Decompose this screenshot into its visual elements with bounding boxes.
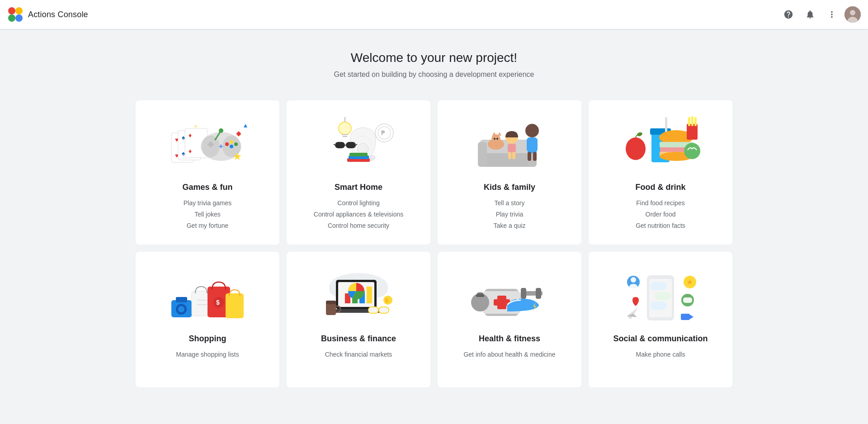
svg-point-65: [525, 124, 539, 137]
card-social-communication[interactable]: ★ Social & communication Make phone call…: [589, 252, 732, 387]
welcome-subtitle: Get started on building by choosing a de…: [54, 71, 814, 79]
logo-area: Actions Console: [7, 6, 88, 23]
card-items-social: Make phone calls: [636, 349, 685, 360]
svg-point-0: [8, 7, 15, 14]
svg-rect-68: [534, 138, 538, 151]
svg-text:★: ★: [232, 150, 242, 162]
illustration-kids: [469, 115, 550, 174]
svg-text:★: ★: [687, 278, 693, 286]
svg-rect-64: [512, 152, 515, 159]
svg-rect-130: [651, 302, 666, 310]
illustration-shopping: $: [167, 266, 248, 325]
svg-rect-128: [651, 282, 666, 290]
svg-point-72: [637, 132, 643, 137]
svg-rect-111: [368, 307, 378, 313]
more-options-button[interactable]: [823, 5, 841, 24]
svg-text:₱: ₱: [381, 129, 385, 137]
help-button[interactable]: [779, 5, 797, 24]
illustration-smarthome: ₱: [318, 115, 399, 174]
card-kids-family[interactable]: Kids & family Tell a story Play trivia T…: [438, 100, 581, 245]
card-title-food: Food & drink: [636, 183, 686, 192]
svg-text:+: +: [194, 122, 198, 130]
card-item: Control lighting: [314, 198, 403, 209]
card-item: Tell jokes: [184, 209, 232, 220]
card-items-business: Check financial markets: [325, 349, 392, 360]
card-title-kids: Kids & family: [484, 183, 535, 192]
svg-point-37: [339, 122, 351, 135]
card-food-drink[interactable]: Food & drink Find food recipes Order foo…: [589, 100, 732, 245]
card-games-fun[interactable]: ♥ ♥ ♠ ♠ ♦ ♦: [136, 100, 279, 245]
illustration-social: ★: [620, 266, 701, 325]
card-item: Control appliances & televisions: [314, 209, 403, 220]
svg-point-22: [230, 140, 233, 144]
svg-rect-52: [480, 140, 530, 153]
svg-rect-121: [521, 288, 526, 299]
svg-rect-41: [346, 142, 356, 148]
card-title-smarthome: Smart Home: [335, 183, 382, 192]
svg-marker-139: [690, 315, 693, 319]
svg-rect-53: [478, 142, 487, 167]
card-title-business: Business & finance: [321, 334, 396, 344]
svg-rect-106: [367, 287, 372, 303]
svg-point-60: [496, 138, 498, 140]
cards-grid: ♥ ♥ ♠ ♠ ♦ ♦: [136, 100, 732, 387]
card-business-finance[interactable]: $ Business & finance Check financial mar…: [287, 252, 430, 387]
svg-point-71: [626, 137, 646, 160]
bell-icon: [805, 9, 815, 19]
svg-point-26: [219, 128, 223, 133]
svg-rect-20: [209, 141, 212, 147]
svg-rect-63: [508, 152, 511, 159]
svg-rect-109: [326, 301, 336, 304]
card-items-smarthome: Control lighting Control appliances & te…: [314, 198, 403, 232]
card-item: Check financial markets: [325, 349, 392, 360]
card-item: Get info about health & medicine: [463, 349, 555, 360]
illustration-health: [469, 266, 550, 325]
svg-point-21: [225, 142, 229, 146]
svg-point-132: [631, 277, 636, 283]
svg-rect-70: [533, 152, 537, 161]
svg-point-23: [234, 142, 238, 146]
svg-point-5: [850, 10, 855, 15]
card-item: Get nutrition facts: [636, 220, 685, 231]
svg-point-133: [629, 284, 637, 289]
svg-text:+: +: [219, 142, 223, 150]
card-item: Tell a story: [494, 198, 526, 209]
svg-rect-85: [694, 117, 697, 126]
svg-point-24: [230, 145, 233, 148]
svg-marker-57: [492, 132, 496, 136]
card-shopping[interactable]: $ Shopping Manage shopping lists: [136, 252, 279, 387]
card-items-kids: Tell a story Play trivia Take a quiz: [494, 198, 526, 232]
svg-rect-108: [326, 302, 336, 315]
help-icon: [783, 9, 793, 19]
card-items-health: Get info about health & medicine: [463, 349, 555, 360]
svg-rect-138: [681, 314, 690, 320]
welcome-title: Welcome to your new project!: [54, 51, 814, 65]
svg-rect-122: [536, 288, 541, 299]
svg-point-59: [494, 138, 495, 140]
svg-rect-62: [508, 144, 516, 153]
card-smart-home[interactable]: ₱ Smart Home Control lighting Control ap…: [287, 100, 430, 245]
svg-text:$: $: [385, 297, 388, 304]
card-title-health: Health & fitness: [479, 334, 540, 344]
card-item: Play trivia: [494, 209, 526, 220]
card-items-games: Play trivia games Tell jokes Get my fort…: [184, 198, 232, 232]
card-item: Take a quiz: [494, 220, 526, 231]
card-health-fitness[interactable]: Health & fitness Get info about health &…: [438, 252, 581, 387]
svg-rect-67: [527, 138, 530, 151]
user-avatar[interactable]: [844, 6, 861, 23]
svg-point-34: [358, 143, 368, 154]
card-item: Control home security: [314, 220, 403, 231]
svg-rect-69: [528, 152, 531, 161]
svg-point-3: [15, 14, 23, 22]
svg-rect-84: [691, 116, 693, 126]
svg-rect-137: [683, 297, 692, 303]
card-items-shopping: Manage shopping lists: [176, 349, 239, 360]
svg-point-2: [8, 14, 15, 22]
svg-point-81: [684, 143, 700, 159]
card-item: Play trivia games: [184, 198, 232, 209]
svg-rect-83: [688, 117, 690, 126]
notifications-button[interactable]: [801, 5, 819, 24]
card-item: Order food: [636, 209, 685, 220]
svg-marker-32: [244, 124, 247, 127]
card-title-games: Games & fun: [182, 183, 232, 192]
